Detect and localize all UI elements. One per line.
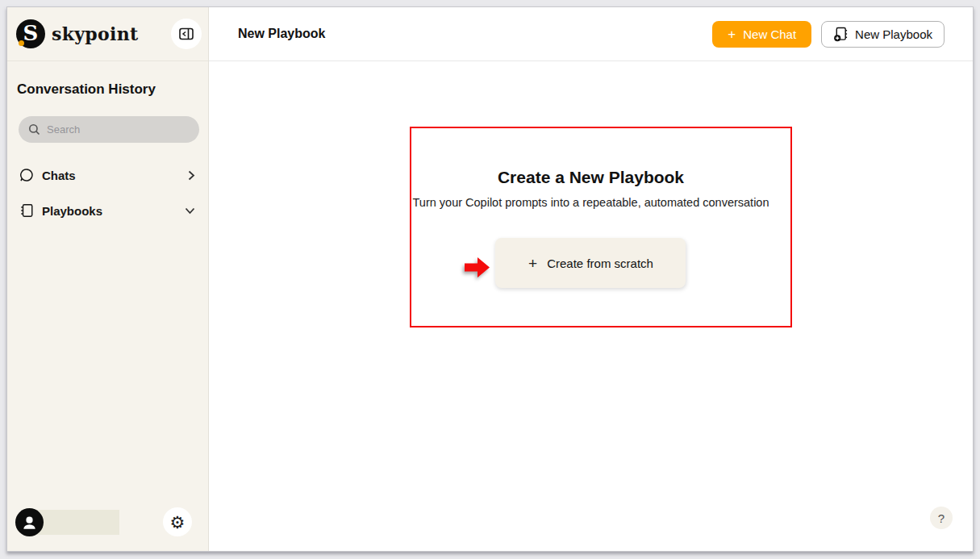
sidebar-footer: ⚙ [7,493,208,551]
user-name-placeholder [31,510,119,535]
sidebar-item-label: Playbooks [42,204,102,218]
collapse-sidebar-icon [179,27,194,40]
page-title: New Playbook [238,27,325,41]
logo-letter: S [23,23,39,44]
help-button[interactable]: ? [930,507,953,529]
sidebar-item-chats[interactable]: Chats [7,157,208,193]
sidebar-heading: Conversation History [7,61,208,98]
sidebar-spacer [7,228,208,493]
skypoint-logo-icon: S [16,19,45,48]
collapse-sidebar-button[interactable] [171,19,202,49]
sidebar-item-label: Chats [42,169,76,182]
plus-icon: + [728,27,736,41]
search-placeholder: Search [47,123,80,136]
settings-button[interactable]: ⚙ [163,507,192,536]
create-from-scratch-label: Create from scratch [547,257,653,270]
new-playbook-label: New Playbook [855,27,932,41]
new-chat-label: New Chat [743,27,796,41]
search-icon [28,123,40,136]
sidebar-header: S skypoint [7,7,208,61]
plus-icon: + [528,256,537,271]
brand-name: skypoint [52,23,138,44]
search-input[interactable]: Search [19,116,199,143]
header-actions: + New Chat New Playbook [712,21,945,48]
chevron-right-icon [188,170,195,181]
chat-bubble-icon [19,168,35,182]
sidebar: S skypoint Conversation History Search [7,7,209,551]
main-header: New Playbook + New Chat [209,7,973,61]
main-panel: New Playbook + New Chat [209,7,973,551]
logo-dot [19,40,24,46]
empty-state-title: Create a New Playbook [413,168,769,187]
empty-state: Create a New Playbook Turn your Copilot … [413,168,769,288]
sidebar-item-playbooks[interactable]: Playbooks [7,193,208,228]
help-icon: ? [938,511,945,525]
main-body: Create a New Playbook Turn your Copilot … [209,61,973,551]
brand: S skypoint [16,19,138,48]
chevron-down-icon [185,207,195,215]
new-playbook-button[interactable]: New Playbook [821,21,945,48]
playbook-icon [19,203,35,218]
create-from-scratch-button[interactable]: + Create from scratch [496,238,686,288]
sidebar-nav: Chats Playbooks [7,157,208,228]
empty-state-subtitle: Turn your Copilot prompts into a repeata… [413,196,769,209]
app-window: S skypoint Conversation History Search [6,6,974,552]
avatar[interactable] [15,508,44,536]
new-playbook-icon [833,27,849,42]
new-chat-button[interactable]: + New Chat [712,21,811,48]
gear-icon: ⚙ [170,514,186,531]
user-icon [20,513,39,532]
